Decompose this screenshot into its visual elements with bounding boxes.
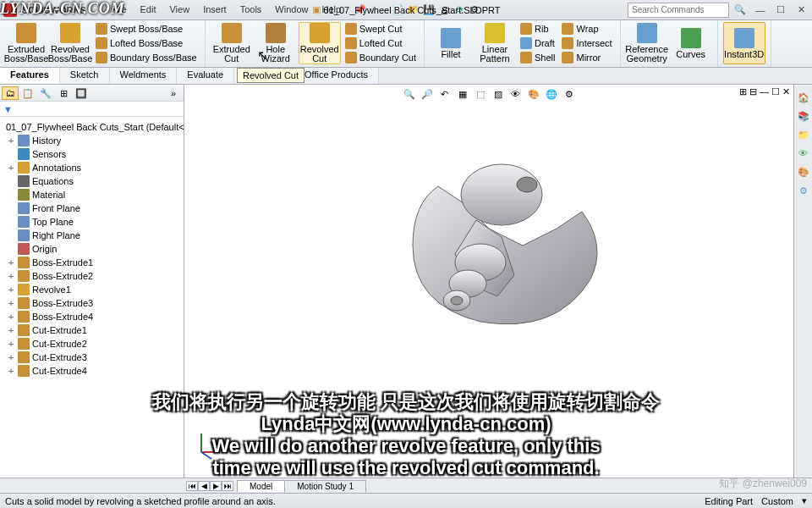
tab-sketch[interactable]: Sketch (60, 68, 110, 84)
lofted-cut-button[interactable]: Lofted Cut (343, 36, 419, 50)
wrap-button[interactable]: Wrap (559, 22, 614, 36)
search-icon[interactable]: 🔍 (731, 3, 749, 17)
expand-icon[interactable] (7, 190, 15, 201)
tab-features[interactable]: Features (0, 68, 60, 84)
expand-icon[interactable] (7, 203, 15, 214)
swept-boss-button[interactable]: Swept Boss/Base (93, 22, 200, 36)
menu-insert[interactable]: Insert (198, 3, 232, 17)
expand-icon[interactable]: + (7, 163, 15, 174)
edit-appearance-icon[interactable]: 🎨 (526, 86, 541, 102)
tree-item[interactable]: +Boss-Extrude2 (2, 269, 182, 283)
tab-scroll-first-icon[interactable]: ⏮ (186, 481, 198, 491)
taskpane-library-icon[interactable]: 📚 (796, 108, 811, 124)
tree-item[interactable]: +Annotations (2, 161, 182, 174)
fm-tab5-icon[interactable]: 🔲 (73, 86, 90, 100)
expand-icon[interactable]: + (7, 257, 15, 268)
mirror-button[interactable]: Mirror (559, 51, 614, 64)
extruded-cut-button[interactable]: Extruded Cut (211, 22, 253, 64)
expand-icon[interactable]: + (7, 325, 15, 336)
expand-icon[interactable]: + (7, 135, 15, 146)
expand-icon[interactable]: + (7, 271, 15, 282)
reference-geometry-button[interactable]: Reference Geometry (626, 22, 668, 64)
tree-item[interactable]: +Cut-Extrude4 (2, 364, 182, 378)
tree-item[interactable]: Equations (2, 174, 182, 188)
taskpane-custom-icon[interactable]: ⚙ (796, 183, 811, 198)
extruded-boss-button[interactable]: Extruded Boss/Base (5, 22, 47, 64)
fm-collapse-icon[interactable]: » (165, 86, 182, 100)
expand-icon[interactable] (7, 230, 15, 241)
expand-icon[interactable]: + (7, 352, 15, 363)
fm-tab4-icon[interactable]: ⊞ (55, 86, 72, 100)
tab-scroll-prev-icon[interactable]: ◀ (198, 481, 210, 491)
fm-tab1-icon[interactable]: 🗂 (2, 86, 19, 100)
menu-edit[interactable]: Edit (135, 3, 162, 17)
display-style-icon[interactable]: ▨ (491, 86, 506, 102)
tab-weldments[interactable]: Weldments (110, 68, 178, 84)
tab-scroll-last-icon[interactable]: ⏭ (222, 481, 233, 491)
taskpane-explorer-icon[interactable]: 📁 (796, 127, 811, 142)
apply-scene-icon[interactable]: 🌐 (544, 86, 559, 102)
rib-button[interactable]: Rib (518, 22, 557, 36)
tree-item[interactable]: +Cut-Extrude3 (2, 351, 182, 364)
status-icon[interactable]: ▾ (802, 495, 807, 506)
vp-min-icon[interactable]: ― (760, 86, 769, 97)
tree-item[interactable]: Material (2, 188, 182, 202)
tree-item[interactable]: +Cut-Extrude1 (2, 323, 182, 337)
taskpane-view-icon[interactable]: 👁 (796, 146, 811, 161)
expand-icon[interactable]: + (7, 284, 15, 295)
expand-icon[interactable]: + (7, 298, 15, 309)
expand-icon[interactable]: + (7, 312, 15, 323)
fm-tab2-icon[interactable]: 📋 (19, 86, 36, 100)
linear-pattern-button[interactable]: Linear Pattern (474, 22, 516, 64)
menu-window[interactable]: Window (270, 3, 313, 17)
expand-icon[interactable]: + (7, 366, 15, 377)
swept-cut-button[interactable]: Swept Cut (343, 22, 419, 36)
3d-viewport[interactable]: 🔍 🔎 ↶ ▦ ⬚ ▨ 👁 🎨 🌐 ⚙ ⊞ ⊟ ― ☐ ✕ (184, 85, 793, 478)
boundary-boss-button[interactable]: Boundary Boss/Base (93, 51, 200, 64)
tree-item[interactable]: +Revolve1 (2, 283, 182, 296)
tab-model[interactable]: Model (237, 480, 285, 492)
expand-icon[interactable] (7, 149, 15, 160)
vp-max-icon[interactable]: ☐ (771, 86, 780, 97)
tree-item[interactable]: +Boss-Extrude1 (2, 256, 182, 269)
intersect-button[interactable]: Intersect (559, 36, 614, 50)
expand-icon[interactable] (7, 217, 15, 228)
close-icon[interactable]: ✕ (792, 3, 810, 17)
feature-tree[interactable]: 01_07_Flywheel Back Cuts_Start (Default<… (0, 117, 184, 478)
boundary-cut-button[interactable]: Boundary Cut (343, 51, 419, 64)
tree-item[interactable]: +History (2, 134, 182, 147)
tree-item[interactable]: +Boss-Extrude3 (2, 296, 182, 310)
tree-item[interactable]: Right Plane (2, 229, 182, 242)
hide-show-icon[interactable]: 👁 (508, 86, 524, 102)
tree-item[interactable]: +Boss-Extrude4 (2, 310, 182, 323)
taskpane-appearance-icon[interactable]: 🎨 (796, 164, 811, 179)
search-commands-input[interactable] (628, 3, 729, 18)
status-units[interactable]: Custom (761, 496, 793, 506)
tree-item[interactable]: Top Plane (2, 215, 182, 229)
fm-tab3-icon[interactable]: 🔧 (37, 86, 54, 100)
minimize-icon[interactable]: ― (751, 3, 770, 17)
taskpane-resources-icon[interactable]: 🏠 (796, 90, 811, 105)
zoom-area-icon[interactable]: 🔎 (420, 86, 435, 102)
tab-motion-study[interactable]: Motion Study 1 (284, 480, 366, 492)
tree-item[interactable]: +Cut-Extrude2 (2, 337, 182, 351)
prev-view-icon[interactable]: ↶ (437, 86, 453, 102)
menu-tools[interactable]: Tools (235, 3, 267, 17)
lofted-boss-button[interactable]: Lofted Boss/Base (93, 36, 200, 50)
tree-item[interactable]: Front Plane (2, 202, 182, 215)
filter-icon[interactable]: ▼ (3, 104, 13, 114)
tab-evaluate[interactable]: Evaluate (177, 68, 234, 84)
view-settings-icon[interactable]: ⚙ (562, 86, 577, 102)
instant3d-button[interactable]: Instant3D (723, 22, 765, 64)
vp-btn1-icon[interactable]: ⊞ (739, 86, 747, 97)
tree-item[interactable]: Sensors (2, 147, 182, 161)
view-orientation-icon[interactable]: ⬚ (473, 86, 488, 102)
tab-office-products[interactable]: Office Products (294, 68, 379, 84)
curves-button[interactable]: Curves (670, 22, 712, 64)
fillet-button[interactable]: Fillet (430, 22, 472, 64)
maximize-icon[interactable]: ☐ (771, 3, 790, 17)
tree-root[interactable]: 01_07_Flywheel Back Cuts_Start (Default< (2, 120, 182, 134)
tree-item[interactable]: Origin (2, 242, 182, 256)
menu-view[interactable]: View (164, 3, 195, 17)
expand-icon[interactable] (7, 176, 15, 187)
